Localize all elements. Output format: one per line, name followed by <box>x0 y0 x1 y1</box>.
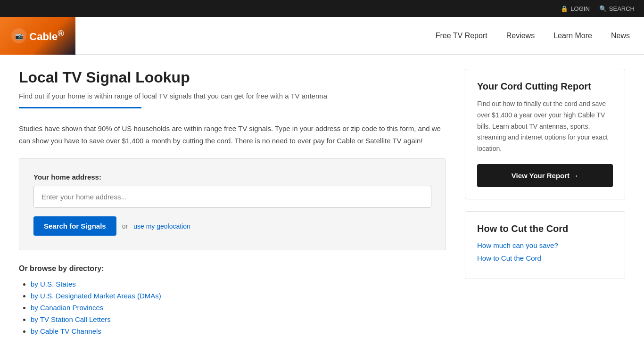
browse-canadian-provinces[interactable]: by Canadian Provinces <box>31 304 103 312</box>
address-form-card: Your home address: Search for Signals or… <box>19 158 446 250</box>
geolocation-link[interactable]: use my geolocation <box>133 222 190 230</box>
search-link[interactable]: 🔍 SEARCH <box>599 5 635 12</box>
browse-us-states[interactable]: by U.S. States <box>31 280 76 288</box>
login-link[interactable]: 🔒 LOGIN <box>561 5 589 12</box>
how-much-save-link[interactable]: How much can you save? <box>477 241 613 249</box>
logo-icon: 📷 <box>11 28 26 43</box>
how-to-links: How much can you save? How to Cut the Co… <box>477 241 613 262</box>
main-nav: Free TV Report Reviews Learn More News <box>436 32 630 40</box>
cord-report-text: Find out how to finally cut the cord and… <box>477 99 613 155</box>
list-item: by TV Station Call Letters <box>31 315 446 323</box>
view-report-button[interactable]: View Your Report → <box>477 164 613 187</box>
page-title: Local TV Signal Lookup <box>19 69 446 86</box>
search-label: SEARCH <box>609 5 635 12</box>
logo-label: Cable® <box>29 28 64 43</box>
sidebar: Your Cord Cutting Report Find out how to… <box>465 69 625 339</box>
logo-text: 📷 Cable® <box>11 28 64 43</box>
login-icon: 🔒 <box>561 5 568 12</box>
address-input[interactable] <box>33 186 431 208</box>
how-to-card: How to Cut the Cord How much can you sav… <box>465 211 625 279</box>
content-area: Local TV Signal Lookup Find out if your … <box>19 69 446 339</box>
list-item: by Cable TV Channels <box>31 327 446 335</box>
browse-cable-channels[interactable]: by Cable TV Channels <box>31 327 101 335</box>
nav-free-tv-report[interactable]: Free TV Report <box>436 32 487 40</box>
list-item: by U.S. Designated Market Areas (DMAs) <box>31 292 446 300</box>
nav-learn-more[interactable]: Learn More <box>553 32 592 40</box>
header: 📷 Cable® Free TV Report Reviews Learn Mo… <box>0 17 644 55</box>
logo[interactable]: 📷 Cable® <box>0 17 75 55</box>
or-text: or <box>122 222 128 230</box>
top-bar: 🔒 LOGIN 🔍 SEARCH <box>0 0 644 17</box>
browse-heading: Or browse by directory: <box>19 264 446 273</box>
browse-call-letters[interactable]: by TV Station Call Letters <box>31 315 111 323</box>
nav-reviews[interactable]: Reviews <box>506 32 535 40</box>
list-item: by Canadian Provinces <box>31 304 446 312</box>
search-icon: 🔍 <box>599 5 607 12</box>
page-subtitle: Find out if your home is within range of… <box>19 92 446 100</box>
browse-dma[interactable]: by U.S. Designated Market Areas (DMAs) <box>31 292 161 300</box>
title-underline <box>19 107 141 108</box>
address-label: Your home address: <box>33 173 431 181</box>
browse-section: Or browse by directory: by U.S. States b… <box>19 264 446 335</box>
cord-report-card: Your Cord Cutting Report Find out how to… <box>465 69 625 199</box>
login-label: LOGIN <box>570 5 589 12</box>
cord-report-title: Your Cord Cutting Report <box>477 81 613 92</box>
main-container: Local TV Signal Lookup Find out if your … <box>0 55 644 353</box>
browse-list: by U.S. States by U.S. Designated Market… <box>19 280 446 335</box>
how-to-cut-cord-link[interactable]: How to Cut the Cord <box>477 254 613 262</box>
body-text: Studies have shown that 90% of US househ… <box>19 123 446 147</box>
search-signals-button[interactable]: Search for Signals <box>33 216 116 236</box>
nav-news[interactable]: News <box>611 32 630 40</box>
how-to-title: How to Cut the Cord <box>477 223 613 234</box>
list-item: by U.S. States <box>31 280 446 288</box>
form-actions: Search for Signals or use my geolocation <box>33 216 431 236</box>
